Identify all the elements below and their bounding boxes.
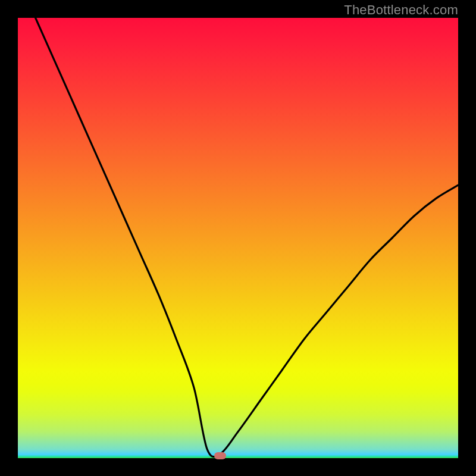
plot-area bbox=[18, 18, 458, 458]
optimal-point-marker bbox=[214, 452, 226, 459]
attribution-text: TheBottleneck.com bbox=[344, 2, 458, 18]
bottleneck-curve bbox=[18, 18, 458, 458]
chart-frame: TheBottleneck.com bbox=[0, 0, 476, 476]
